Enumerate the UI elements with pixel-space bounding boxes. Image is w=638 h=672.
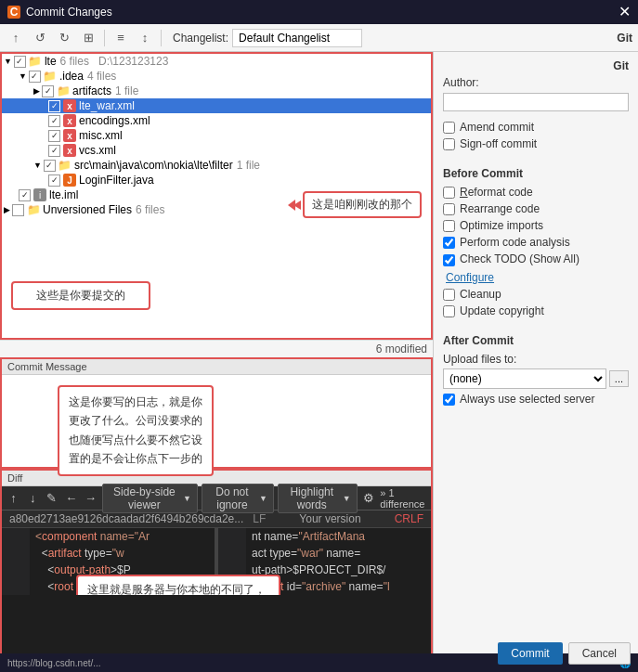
tree-item-filter[interactable]: ▼ 📁 src\main\java\com\nokia\lte\filter 1… [2,158,431,173]
configure-link[interactable]: Configure [446,271,494,284]
diff-ignore-btn[interactable]: Do not ignore ▼ [202,484,274,513]
title-bar-left: C Commit Changes [7,6,112,19]
git-label: Git [617,32,632,45]
author-input[interactable] [443,93,629,111]
changelist-select[interactable]: Default Changelist [232,29,362,47]
update-copyright-checkbox[interactable] [443,305,455,317]
diff-edit[interactable]: ✎ [45,488,60,509]
tree-item-artifacts[interactable]: ▶ 📁 artifacts 1 file [2,84,431,98]
rearrange-checkbox[interactable] [443,203,455,215]
label-artifacts: artifacts [72,84,111,97]
diff-gutter-r1 [218,528,246,545]
signoff-commit-label: Sign-off commit [460,137,537,150]
arrow-lte: ▼ [4,57,12,66]
cancel-button[interactable]: Cancel [568,642,631,665]
update-copyright-row: Update copyright [443,304,629,317]
left-panel: ▼ 📁 lte 6 files D:\123123123 ▼ 📁 .idea 4… [0,52,434,672]
diff-nav-down[interactable]: ↓ [25,488,41,509]
author-section: Git Author: [443,59,629,111]
amend-commit-checkbox[interactable] [443,122,455,134]
label-lte: lte [45,55,57,68]
folder-icon-idea: 📁 [44,70,57,83]
diff-highlight-btn[interactable]: Highlight words ▼ [278,484,358,513]
diff-nav-up[interactable]: ↑ [6,488,21,509]
checkbox-lte[interactable] [14,56,26,68]
checkbox-encodings[interactable] [48,115,60,127]
main-content: ▼ 📁 lte 6 files D:\123123123 ▼ 📁 .idea 4… [0,52,638,672]
amend-commit-label: Amend commit [460,121,534,134]
checkbox-misc[interactable] [48,130,60,142]
diff-code-r2: act type="war" name= [246,545,431,562]
diff-gutter-l2 [2,545,30,562]
checkbox-idea[interactable] [29,71,41,83]
arrow-artifacts: ▶ [33,86,40,96]
status-bar-text: https://blog.csdn.net/... [7,658,101,668]
optimize-row: Optimize imports [443,219,629,232]
diff-arrow-left[interactable]: ← [63,488,79,509]
diff-line-1: <component name="Ar nt name="ArtifactMan… [2,528,431,545]
commit-button[interactable]: Commit [498,642,562,665]
reformat-label: Reformat code [460,186,533,199]
tree-item-loginfilter[interactable]: J LoginFilter.java [2,173,431,187]
cleanup-label: Cleanup [460,288,501,301]
xml-icon-lte-war: x [63,99,76,112]
diff-arrow-right[interactable]: → [83,488,98,509]
arrow-filter: ▼ [33,161,42,170]
label-idea: .idea [59,70,84,83]
toolbar-btn-menu[interactable]: ≡ [111,28,131,48]
diff-viewer-btn[interactable]: Side-by-side viewer ▼ [102,484,198,513]
optimize-checkbox[interactable] [443,220,455,232]
toolbar-btn-sort[interactable]: ↕ [135,28,155,48]
toolbar-btn-up[interactable]: ↑ [6,28,26,48]
tree-item-lte[interactable]: ▼ 📁 lte 6 files D:\123123123 [2,54,431,69]
upload-dots-btn[interactable]: ... [609,370,629,387]
reformat-checkbox[interactable] [443,187,455,199]
tree-item-idea[interactable]: ▼ 📁 .idea 4 files [2,69,431,84]
code-analysis-checkbox[interactable] [443,237,455,249]
label-filter: src\main\java\com\nokia\lte\filter [74,159,233,172]
diff-code-l1: <component name="Ar [30,528,215,545]
xml-icon-vcs: x [63,144,76,157]
checkbox-filter[interactable] [44,160,56,172]
cleanup-row: Cleanup [443,288,629,301]
iml-icon: i [33,188,46,201]
checkbox-loginfilter[interactable] [48,174,60,187]
toolbar-btn-grid[interactable]: ⊞ [78,28,98,48]
checkbox-lte-iml[interactable] [19,189,31,201]
commit-message-input[interactable] [2,375,431,462]
always-use-server-checkbox[interactable] [443,394,455,406]
folder-icon-artifacts: 📁 [57,84,70,97]
window-title: Commit Changes [26,6,112,19]
toolbar-btn-undo[interactable]: ↺ [30,28,50,48]
diff-line-2: <artifact type="w act type="war" name= [2,545,431,562]
git-section-label: Git [443,59,629,72]
changelist-label: Changelist: [173,32,228,45]
toolbar-separator [104,30,105,46]
reformat-row: Reformat code [443,186,629,199]
check-todo-checkbox[interactable] [443,254,455,266]
annotation-bubble-2: 这些是你要提交的 [11,281,150,310]
tree-item-vcs[interactable]: x vcs.xml [2,143,431,158]
upload-label: Upload files to: [443,353,629,366]
label-loginfilter: LoginFilter.java [79,174,154,187]
checkbox-unversioned[interactable] [12,204,24,216]
diff-file-header: a80ed2713ae9126dcaadad2f6494b269cda2e...… [2,510,431,528]
cleanup-checkbox[interactable] [443,289,455,301]
toolbar-btn-redo[interactable]: ↻ [54,28,74,48]
diff-settings[interactable]: ⚙ [361,488,377,509]
diff-toolbar: ↑ ↓ ✎ ← → Side-by-side viewer ▼ Do not i… [2,486,431,510]
signoff-commit-checkbox[interactable] [443,138,455,150]
checkbox-lte-war[interactable] [48,100,60,112]
tree-item-encodings[interactable]: x encodings.xml [2,113,431,128]
close-button[interactable]: ✕ [618,5,631,19]
extra-unversioned: 6 files [136,203,164,216]
folder-icon-filter: 📁 [59,159,72,172]
checkbox-vcs[interactable] [48,145,60,157]
diff-annotation: 这里就是服务器与你本地的不同了， 左边是服务器的，右边是你的 [76,575,280,595]
tree-item-lte-war-xml[interactable]: x lte_war.xml [2,98,431,113]
label-vcs: vcs.xml [79,144,116,157]
upload-row: (none) ... [443,368,629,389]
checkbox-artifacts[interactable] [42,85,54,97]
tree-item-misc[interactable]: x misc.xml [2,128,431,143]
upload-select[interactable]: (none) [443,368,606,389]
